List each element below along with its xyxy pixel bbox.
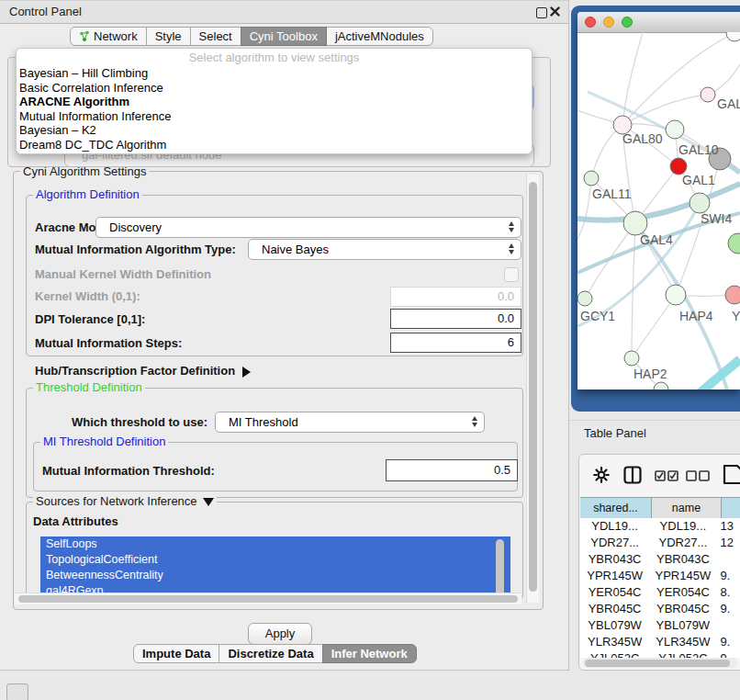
document-icon[interactable] (723, 463, 740, 486)
combo-stepper-icon (509, 243, 514, 254)
data-attribute-item[interactable]: SelfLoops (40, 536, 510, 552)
data-attribute-item[interactable]: BetweennessCentrality (40, 568, 510, 583)
mi-threshold-field[interactable]: 0.5 (386, 459, 518, 481)
dpi-tolerance-field[interactable]: 0.0 (390, 309, 521, 329)
zoom-traffic-light-icon[interactable] (622, 17, 633, 28)
cyni-settings-title: Cyni Algorithm Settings (20, 165, 149, 178)
column-layout-icon[interactable] (623, 466, 642, 484)
close-icon[interactable] (550, 6, 560, 17)
list-scrollbar-thumb[interactable] (496, 539, 504, 596)
app-root: Control Panel NetworkStyleSelectCyni Too… (0, 0, 740, 700)
network-edge (585, 223, 635, 299)
table-row[interactable]: YDR27...YDR27...12 (580, 535, 740, 551)
tab-label: Cyni Toolbox (250, 28, 318, 45)
mi-steps-field[interactable]: 6 (390, 333, 521, 353)
control-panel-window: Control Panel NetworkStyleSelectCyni Too… (0, 0, 569, 671)
combo-stepper-icon (509, 221, 514, 232)
divider (569, 420, 740, 421)
table-cell: YBR045C (649, 601, 716, 617)
table-row[interactable]: YDL19...YDL19...13 (580, 518, 740, 535)
sources-title-toggle[interactable]: Sources for Network Inference (33, 495, 217, 508)
table-row[interactable]: YER054CYER054C8. (580, 584, 740, 601)
tab-label: Select (199, 28, 232, 45)
mi-type-label: Mutual Information Algorithm Type: (35, 243, 236, 256)
network-node[interactable] (728, 233, 740, 254)
tab-impute-data[interactable]: Impute Data (133, 644, 219, 663)
dropdown-placeholder: Select algorithm to view settings (17, 49, 532, 66)
node-label: HAP4 (679, 309, 713, 323)
table-row[interactable]: YLR345WYLR345W9. (580, 634, 740, 650)
tab-label: jActiveMNodules (335, 28, 424, 45)
network-node[interactable] (701, 87, 715, 102)
deselect-all-checkboxes-icon[interactable] (686, 470, 710, 481)
node-label: Y (732, 309, 740, 323)
table-cell: YDR27... (649, 535, 716, 551)
scrollbar-thumb[interactable] (585, 660, 730, 667)
algorithm-option[interactable]: Mutual Information Inference (17, 109, 532, 124)
table-horizontal-scrollbar (583, 658, 737, 668)
table-card: shared...name YDL19...YDL19...13YDR27...… (578, 454, 740, 671)
node-label: GAL4 (640, 232, 673, 247)
network-node[interactable] (725, 286, 740, 304)
tab-network[interactable]: Network (70, 27, 147, 46)
network-canvas[interactable]: GALGAL80GAL10GAL1GAL11SWI4GAL4GCY1HAP4YH… (577, 32, 740, 390)
network-node[interactable] (624, 351, 639, 366)
table-row[interactable]: YBL079WYBL079W (580, 617, 740, 634)
scrollbar-thumb[interactable] (529, 182, 537, 592)
algorithm-options-list: Bayesian – Hill ClimbingBasic Correlatio… (17, 66, 532, 152)
tab-cyni-toolbox[interactable]: Cyni Toolbox (241, 27, 327, 46)
hub-definition-toggle[interactable]: Hub/Transcription Factor Definition (35, 364, 251, 378)
manual-kernel-checkbox[interactable] (504, 267, 519, 282)
data-attribute-item[interactable]: TopologicalCoefficient (40, 552, 510, 568)
network-node[interactable] (577, 291, 592, 306)
algorithm-option[interactable]: Basic Correlation Inference (17, 81, 532, 96)
tab-style[interactable]: Style (146, 27, 191, 46)
which-threshold-combobox[interactable]: MI Threshold (215, 412, 485, 433)
network-node[interactable] (726, 32, 740, 41)
network-node[interactable] (690, 193, 710, 213)
tab-discretize-data[interactable]: Discretize Data (219, 644, 322, 663)
node-label: HAP2 (633, 367, 667, 381)
table-cell: YDR27... (580, 535, 649, 551)
algorithm-option[interactable]: Bayesian – Hill Climbing (17, 66, 532, 81)
column-header[interactable] (722, 498, 740, 518)
scrollbar-thumb[interactable] (18, 595, 518, 603)
network-node[interactable] (666, 120, 684, 139)
combo-stepper-icon (472, 416, 477, 427)
tab-select[interactable]: Select (190, 27, 241, 46)
mi-type-combobox[interactable]: Naive Bayes (248, 239, 521, 260)
table-row[interactable]: YBR043CYBR043C (580, 551, 740, 568)
gear-icon[interactable] (593, 467, 610, 483)
algorithm-option[interactable]: ARACNE Algorithm (17, 95, 532, 109)
select-all-checkboxes-icon[interactable] (655, 470, 678, 481)
table-cell: YBR045C (580, 601, 649, 617)
float-window-icon[interactable] (536, 7, 547, 18)
kernel-width-field[interactable]: 0.0 (390, 287, 521, 307)
minimize-traffic-light-icon[interactable] (603, 17, 614, 28)
table-cell: YLR345W (580, 634, 649, 650)
algorithm-option[interactable]: Dream8 DC_TDC Algorithm (17, 138, 532, 152)
column-header[interactable]: name (652, 498, 722, 518)
apply-button[interactable]: Apply (248, 623, 312, 645)
network-node[interactable] (654, 382, 668, 390)
node-label: GAL1 (682, 173, 715, 187)
tab-infer-network[interactable]: Infer Network (322, 644, 417, 663)
table-panel-title: Table Panel (584, 426, 646, 440)
algorithm-option[interactable]: Bayesian – K2 (17, 123, 532, 138)
network-node[interactable] (584, 171, 599, 186)
table-cell: YJL052C (649, 650, 716, 658)
table-cell: YDL19... (580, 518, 649, 535)
network-edge (632, 295, 676, 358)
close-traffic-light-icon[interactable] (585, 17, 596, 28)
aracne-mode-combobox[interactable]: Discovery (95, 217, 521, 238)
table-row[interactable]: YBR045CYBR045C9. (580, 601, 740, 617)
tab-jactivemnodules[interactable]: jActiveMNodules (326, 27, 433, 46)
table-row[interactable]: YPR145WYPR145W9. (580, 568, 740, 584)
minimized-panel-icon[interactable] (6, 683, 28, 700)
table-row[interactable]: YJL052CYJL052C9. (580, 650, 740, 658)
node-label: GAL10 (678, 142, 719, 157)
table-cell: YDL19... (649, 518, 716, 535)
column-header[interactable]: shared... (580, 498, 652, 518)
which-threshold-label: Which threshold to use: (72, 415, 207, 429)
network-node[interactable] (666, 285, 686, 305)
